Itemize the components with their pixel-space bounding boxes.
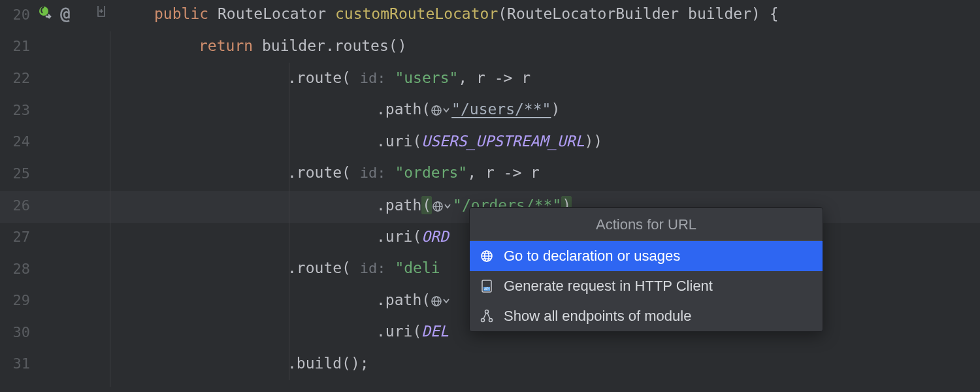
code-line: .build();: [287, 355, 369, 372]
annotation-gutter-icon[interactable]: @: [60, 4, 71, 24]
code-line: .uri(ORD: [376, 228, 449, 245]
code-line: .route( id: "deli: [287, 259, 440, 276]
line-number: 29: [7, 292, 30, 308]
svg-point-13: [485, 310, 489, 314]
globe-dropdown-icon[interactable]: [431, 105, 450, 116]
code-line: .path(: [376, 291, 451, 308]
popup-item-show-endpoints[interactable]: Show all endpoints of module: [470, 301, 823, 331]
popup-item-generate-http[interactable]: API Generate request in HTTP Client: [470, 271, 823, 301]
line-number: 20: [7, 7, 30, 23]
graph-icon: [479, 309, 495, 323]
code-line: public RouteLocator customRouteLocator(R…: [154, 5, 779, 22]
globe-icon: [479, 249, 495, 263]
line-number: 22: [7, 70, 30, 86]
code-line: .path("/users/**"): [376, 101, 560, 118]
popup-title: Actions for URL: [470, 208, 823, 240]
svg-text:API: API: [484, 287, 489, 291]
popup-item-label: Go to declaration or usages: [504, 248, 680, 265]
popup-item-goto-declaration[interactable]: Go to declaration or usages: [470, 241, 823, 271]
svg-point-14: [482, 319, 485, 322]
svg-point-0: [39, 7, 48, 16]
code-line: return builder.routes(): [199, 37, 407, 54]
line-number: 25: [7, 165, 30, 182]
line-number: 31: [7, 355, 30, 372]
line-number: 24: [7, 133, 30, 150]
line-number: 23: [7, 102, 30, 118]
line-number: 28: [7, 261, 30, 277]
indent-guide: [289, 63, 289, 380]
bean-gutter-icon[interactable]: [37, 5, 52, 24]
globe-dropdown-icon[interactable]: [431, 295, 450, 307]
line-number: 30: [7, 324, 30, 340]
code-editor[interactable]: 20 21 22 23 24 25 26 27 28 29 30 31 @ pu…: [0, 0, 980, 392]
line-number: 26: [7, 197, 30, 214]
line-number: 21: [7, 38, 30, 54]
code-line: .uri(DEL: [376, 323, 449, 340]
svg-point-15: [489, 319, 493, 322]
fold-handle-icon[interactable]: [94, 4, 108, 22]
api-file-icon: API: [479, 279, 495, 293]
popup-item-label: Show all endpoints of module: [504, 308, 691, 325]
code-line: .route( id: "users", r -> r: [287, 69, 531, 86]
code-line: .uri(USERS_UPSTREAM_URL)): [376, 133, 602, 150]
globe-dropdown-icon[interactable]: [432, 201, 451, 212]
popup-item-label: Generate request in HTTP Client: [504, 278, 713, 295]
code-line: .route( id: "orders", r -> r: [287, 164, 540, 181]
line-number: 27: [7, 229, 30, 245]
actions-popup: Actions for URL Go to declaration or usa…: [469, 207, 823, 332]
gutter: 20 21 22 23 24 25 26 27 28 29 30 31 @: [0, 0, 91, 392]
url-literal[interactable]: "/users/**": [451, 101, 551, 118]
indent-guide: [110, 31, 110, 387]
